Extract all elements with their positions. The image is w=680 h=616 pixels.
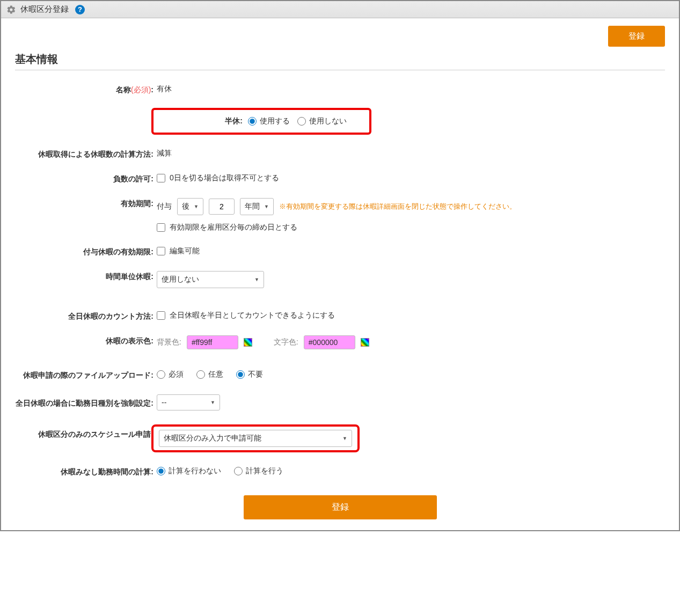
row-negative: 負数の許可: 0日を切る場合は取得不可とする <box>15 172 665 184</box>
row-upload: 休暇申請の際のファイルアップロード: 必須 任意 不要 <box>15 369 665 380</box>
row-colors: 休暇の表示色: 背景色: #ff99ff 文字色: #000000 <box>15 334 665 349</box>
row-name: 名称(必須): 有休 <box>15 83 665 95</box>
calc-value: 減算 <box>157 149 172 158</box>
label-hourly: 時間単位休暇: <box>15 270 157 282</box>
select-after[interactable]: 後 <box>177 198 203 215</box>
fg-color-picker-icon[interactable] <box>361 338 369 347</box>
label-minashi: 休暇みなし勤務時間の計算: <box>15 465 157 477</box>
value-name: 有休 <box>157 83 665 94</box>
label-name: 名称(必須): <box>15 83 157 95</box>
label-upload: 休暇申請の際のファイルアップロード: <box>15 369 157 380</box>
row-hourly: 時間単位休暇: 使用しない ▼ <box>15 270 665 288</box>
radio-minashi-yes[interactable]: 計算を行う <box>234 466 283 476</box>
radio-upload-required[interactable]: 必須 <box>157 370 184 379</box>
row-calc: 休暇取得による休暇数の計算方法: 減算 <box>15 148 665 159</box>
label-calc: 休暇取得による休暇数の計算方法: <box>15 148 157 159</box>
radio-upload-none[interactable]: 不要 <box>236 370 263 379</box>
content: 登録 基本情報 名称(必須): 有休 半休: 使用する <box>1 18 679 530</box>
register-button-bottom[interactable]: 登録 <box>244 495 437 519</box>
label-fullcount: 全日休暇のカウント方法: <box>15 310 157 321</box>
gear-icon <box>6 5 16 14</box>
top-register-row: 登録 <box>15 26 665 47</box>
label-grant: 付与休暇の有効期限: <box>15 245 157 257</box>
radio-half-notuse[interactable]: 使用しない <box>297 116 347 126</box>
fg-color-label: 文字色: <box>274 338 298 347</box>
row-valid: 有効期間: 付与 後 年間 ※有効期間を変更する際は休暇詳細画面を閉じた状態で操… <box>15 197 665 215</box>
radio-minashi-no[interactable]: 計算を行わない <box>157 466 221 476</box>
section-title: 基本情報 <box>15 52 665 70</box>
name-value: 有休 <box>157 84 172 94</box>
input-valid-num[interactable] <box>209 199 235 215</box>
bg-color-picker-icon[interactable] <box>244 338 252 347</box>
row-grant: 付与休暇の有効期限: 編集可能 <box>15 245 665 257</box>
titlebar: 休暇区分登録 ? <box>1 1 679 18</box>
label-colors: 休暇の表示色: <box>15 334 157 346</box>
select-force[interactable]: -- ▼ <box>157 394 220 410</box>
row-sched: 休暇区分のみのスケジュール申請: 休暇区分のみ入力で申請可能 ▼ <box>15 423 665 452</box>
cb-negative[interactable]: 0日を切る場合は取得不可とする <box>157 173 279 183</box>
label-negative: 負数の許可: <box>15 172 157 184</box>
valid-prefix: 付与 <box>157 202 172 211</box>
help-icon[interactable]: ? <box>75 5 85 14</box>
label-force: 全日休暇の場合に勤務日種別を強制設定: <box>15 396 157 408</box>
bottom-register-row: 登録 <box>15 495 665 519</box>
fg-color-input[interactable]: #000000 <box>304 335 355 349</box>
highlight-sched: 休暇区分のみ入力で申請可能 ▼ <box>151 424 360 452</box>
bg-color-label: 背景色: <box>157 338 181 347</box>
label-half: 半休: <box>159 116 243 126</box>
cb-valid-closedate[interactable]: 有効期限を雇用区分毎の締め日とする <box>157 223 297 232</box>
bg-color-input[interactable]: #ff99ff <box>187 335 238 349</box>
valid-hint: ※有効期間を変更する際は休暇詳細画面を閉じた状態で操作してください。 <box>279 202 516 211</box>
select-hourly[interactable]: 使用しない ▼ <box>157 271 264 288</box>
select-sched[interactable]: 休暇区分のみ入力で申請可能 ▼ <box>159 430 352 447</box>
label-sched: 休暇区分のみのスケジュール申請: <box>15 423 157 439</box>
register-button-top[interactable]: 登録 <box>608 26 665 47</box>
highlight-half: 半休: 使用する 使用しない <box>151 108 371 135</box>
cb-grant-editable[interactable]: 編集可能 <box>157 246 200 256</box>
page-title: 休暇区分登録 <box>20 4 69 14</box>
radio-half-use[interactable]: 使用する <box>248 116 290 126</box>
row-half: 半休: 使用する 使用しない <box>15 108 665 135</box>
select-unit[interactable]: 年間 <box>240 198 274 215</box>
row-fullcount: 全日休暇のカウント方法: 全日休暇を半日としてカウントできるようにする <box>15 310 665 321</box>
cb-fullcount[interactable]: 全日休暇を半日としてカウントできるようにする <box>157 311 335 320</box>
row-valid2: 有効期限を雇用区分毎の締め日とする <box>15 222 665 232</box>
radio-upload-optional[interactable]: 任意 <box>196 370 223 379</box>
row-force: 全日休暇の場合に勤務日種別を強制設定: -- ▼ <box>15 393 665 410</box>
label-valid: 有効期間: <box>15 197 157 209</box>
row-minashi: 休暇みなし勤務時間の計算: 計算を行わない 計算を行う <box>15 465 665 477</box>
